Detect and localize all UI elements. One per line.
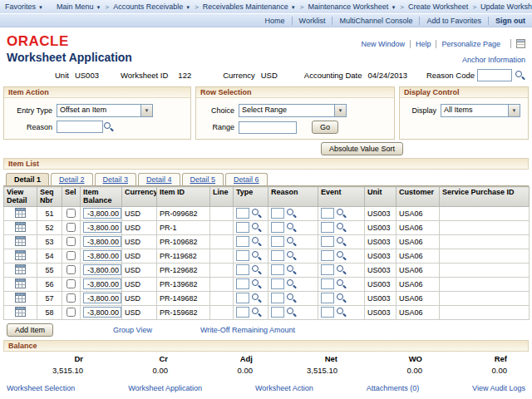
reason-cell-lookup-icon[interactable] xyxy=(286,222,297,233)
view-detail-icon[interactable] xyxy=(15,250,26,260)
item-balance-input[interactable] xyxy=(83,293,121,303)
event-lookup-icon[interactable] xyxy=(336,307,347,318)
type-input[interactable] xyxy=(236,307,249,318)
view-detail-icon[interactable] xyxy=(15,208,26,218)
reason-cell-input[interactable] xyxy=(271,236,284,247)
tab-detail-1[interactable]: Detail 1 xyxy=(6,173,49,185)
sel-checkbox[interactable] xyxy=(66,293,76,303)
event-lookup-icon[interactable] xyxy=(336,236,347,247)
item-balance-input[interactable] xyxy=(83,264,121,275)
tab-detail-4[interactable]: Detail 4 xyxy=(138,173,180,185)
event-lookup-icon[interactable] xyxy=(336,250,347,261)
footer-link[interactable]: View Audit Logs xyxy=(472,384,525,392)
reason-code-input[interactable] xyxy=(477,69,512,81)
type-input[interactable] xyxy=(236,222,249,233)
view-detail-icon[interactable] xyxy=(15,236,26,246)
type-lookup-icon[interactable] xyxy=(251,222,262,233)
event-lookup-icon[interactable] xyxy=(336,293,347,303)
absolute-value-sort-button[interactable]: Absolute Value Sort xyxy=(321,142,403,155)
breadcrumb-main-menu[interactable]: Main Menu ▼ xyxy=(57,2,101,11)
sel-checkbox[interactable] xyxy=(66,279,76,288)
type-lookup-icon[interactable] xyxy=(251,236,262,247)
reason-input[interactable] xyxy=(57,121,103,133)
type-input[interactable] xyxy=(236,250,249,261)
item-balance-input[interactable] xyxy=(83,208,121,219)
type-lookup-icon[interactable] xyxy=(251,250,262,261)
item-balance-input[interactable] xyxy=(83,278,121,289)
event-lookup-icon[interactable] xyxy=(336,264,347,275)
breadcrumb-create-worksheet[interactable]: Create Worksheet xyxy=(408,2,468,11)
go-button[interactable]: Go xyxy=(312,121,338,134)
event-lookup-icon[interactable] xyxy=(336,278,347,289)
event-input[interactable] xyxy=(321,307,334,318)
footer-link[interactable]: Worksheet Application xyxy=(128,384,202,392)
anchor-information-link[interactable]: Anchor Information xyxy=(462,56,525,64)
write-off-remaining-link[interactable]: Write-Off Remaining Amount xyxy=(200,326,295,334)
reason-cell-lookup-icon[interactable] xyxy=(286,278,297,289)
utility-link[interactable]: Home xyxy=(259,17,292,25)
view-detail-icon[interactable] xyxy=(15,293,26,303)
range-input[interactable] xyxy=(239,121,297,134)
event-input[interactable] xyxy=(321,208,334,219)
reason-cell-lookup-icon[interactable] xyxy=(286,264,297,275)
footer-link[interactable]: Worksheet Selection xyxy=(7,384,75,392)
tab-detail-6[interactable]: Detail 6 xyxy=(225,173,268,185)
type-lookup-icon[interactable] xyxy=(251,307,262,318)
event-input[interactable] xyxy=(321,278,334,289)
reason-code-lookup-icon[interactable] xyxy=(515,70,525,81)
breadcrumb-update-worksheet[interactable]: Update Worksheet xyxy=(480,2,532,11)
tab-detail-2[interactable]: Detail 2 xyxy=(51,173,93,185)
reason-cell-input[interactable] xyxy=(271,222,284,233)
personalize-page-link[interactable]: Personalize Page xyxy=(436,40,505,48)
type-input[interactable] xyxy=(236,208,249,219)
event-lookup-icon[interactable] xyxy=(336,222,347,233)
sel-checkbox[interactable] xyxy=(66,251,76,260)
type-lookup-icon[interactable] xyxy=(251,278,262,289)
type-lookup-icon[interactable] xyxy=(251,264,262,275)
group-view-link[interactable]: Group View xyxy=(113,326,152,334)
utility-link[interactable]: Add to Favorites xyxy=(419,17,488,25)
event-input[interactable] xyxy=(321,250,334,261)
type-input[interactable] xyxy=(236,236,249,247)
reason-cell-lookup-icon[interactable] xyxy=(286,250,297,261)
view-detail-icon[interactable] xyxy=(15,264,26,274)
reason-cell-input[interactable] xyxy=(271,264,284,275)
type-lookup-icon[interactable] xyxy=(251,293,262,303)
event-input[interactable] xyxy=(321,264,334,275)
sel-checkbox[interactable] xyxy=(66,209,76,218)
view-detail-icon[interactable] xyxy=(15,278,26,288)
reason-cell-input[interactable] xyxy=(271,250,284,261)
item-balance-input[interactable] xyxy=(83,236,121,247)
reason-cell-lookup-icon[interactable] xyxy=(286,208,297,219)
item-balance-input[interactable] xyxy=(83,222,121,233)
reason-cell-lookup-icon[interactable] xyxy=(286,307,297,318)
reason-lookup-icon[interactable] xyxy=(103,121,114,132)
reason-cell-input[interactable] xyxy=(271,278,284,289)
reason-cell-input[interactable] xyxy=(271,208,284,219)
type-lookup-icon[interactable] xyxy=(251,208,262,219)
item-balance-input[interactable] xyxy=(83,307,121,318)
help-link[interactable]: Help xyxy=(410,40,436,48)
sel-checkbox[interactable] xyxy=(66,265,76,274)
sel-checkbox[interactable] xyxy=(66,237,76,246)
reason-cell-input[interactable] xyxy=(271,307,284,318)
display-select[interactable]: All Items ▼ xyxy=(441,104,520,117)
type-input[interactable] xyxy=(236,264,249,275)
reason-cell-input[interactable] xyxy=(271,293,284,303)
favorites-menu[interactable]: Favorites ▼ xyxy=(5,2,43,11)
add-item-button[interactable]: Add Item xyxy=(7,323,53,337)
choice-select[interactable]: Select Range ▼ xyxy=(239,104,347,117)
tab-detail-5[interactable]: Detail 5 xyxy=(182,173,224,185)
copy-url-icon[interactable] xyxy=(510,39,525,48)
event-input[interactable] xyxy=(321,293,334,303)
utility-link[interactable]: MultiChannel Console xyxy=(332,17,419,25)
reason-cell-lookup-icon[interactable] xyxy=(286,236,297,247)
view-detail-icon[interactable] xyxy=(15,307,26,317)
sel-checkbox[interactable] xyxy=(66,223,76,232)
type-input[interactable] xyxy=(236,278,249,289)
sign-out-link[interactable]: Sign out xyxy=(488,17,527,25)
entry-type-select[interactable]: Offset an Item ▼ xyxy=(57,104,153,117)
event-input[interactable] xyxy=(321,236,334,247)
footer-link[interactable]: Attachments (0) xyxy=(367,384,420,392)
event-input[interactable] xyxy=(321,222,334,233)
